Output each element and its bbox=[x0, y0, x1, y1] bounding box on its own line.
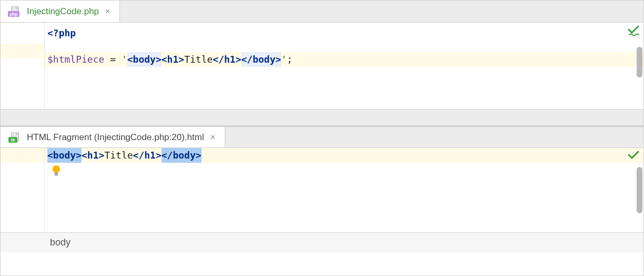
svg-rect-7 bbox=[55, 173, 58, 174]
php-open-tag: <?php bbox=[47, 26, 76, 41]
close-icon[interactable]: × bbox=[103, 7, 112, 16]
inspection-status-icon[interactable] bbox=[628, 150, 639, 160]
html-fragment-editor: <body><h1>Title</h1></body> bbox=[1, 148, 643, 232]
php-file-icon: php bbox=[8, 6, 23, 17]
svg-text:php: php bbox=[9, 11, 18, 16]
editor-gutter bbox=[1, 148, 45, 232]
html-tag: </h1> bbox=[133, 148, 162, 163]
html-tag: <h1> bbox=[82, 148, 104, 163]
tab-html-fragment[interactable]: H HTML Fragment (InjectingCode.php:20).h… bbox=[1, 127, 225, 147]
html-tag: </h1> bbox=[213, 52, 241, 67]
html-tag: </body> bbox=[162, 148, 202, 163]
svg-rect-8 bbox=[55, 174, 58, 175]
close-icon[interactable]: × bbox=[208, 133, 217, 142]
code-area[interactable]: <body><h1>Title</h1></body> bbox=[45, 148, 643, 232]
html-tag: <body> bbox=[47, 148, 82, 163]
bottom-tab-bar: H HTML Fragment (InjectingCode.php:20).h… bbox=[1, 126, 643, 148]
tab-label: HTML Fragment (InjectingCode.php:20).htm… bbox=[27, 132, 204, 143]
top-tab-bar: php InjectingCode.php × bbox=[1, 1, 643, 23]
breadcrumb-item[interactable]: body bbox=[50, 237, 71, 248]
html-tag: </body> bbox=[242, 52, 281, 67]
code-area[interactable]: <?php $htmlPiece = '<body><h1>Title</h1>… bbox=[45, 23, 643, 109]
tab-injecting-code-php[interactable]: php InjectingCode.php × bbox=[1, 1, 120, 22]
inspection-status-icon[interactable] bbox=[628, 25, 639, 36]
php-editor: <?php $htmlPiece = '<body><h1>Title</h1>… bbox=[1, 23, 643, 109]
svg-text:H: H bbox=[11, 137, 15, 142]
html-tag: <h1> bbox=[162, 52, 184, 67]
tab-label: InjectingCode.php bbox=[27, 6, 99, 17]
editor-gutter bbox=[1, 23, 45, 109]
svg-point-6 bbox=[53, 165, 60, 173]
scrollbar-thumb[interactable] bbox=[637, 47, 642, 77]
html-tag: <body> bbox=[127, 52, 162, 67]
editor-separator bbox=[1, 109, 643, 126]
intention-bulb-icon[interactable] bbox=[51, 165, 62, 182]
breadcrumb[interactable]: body bbox=[1, 232, 643, 252]
html-file-icon: H bbox=[8, 132, 23, 143]
code-line: <body><h1>Title</h1></body> bbox=[45, 148, 643, 163]
variable: $htmlPiece bbox=[47, 52, 104, 67]
scrollbar-thumb[interactable] bbox=[637, 167, 642, 213]
code-line: $htmlPiece = '<body><h1>Title</h1></body… bbox=[45, 52, 643, 67]
